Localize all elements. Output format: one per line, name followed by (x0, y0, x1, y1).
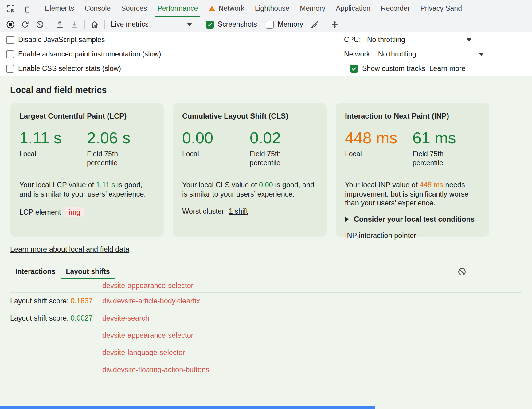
checkbox-unchecked-icon (6, 65, 14, 73)
node-link[interactable]: div.devsite-floating-action-buttons (102, 366, 209, 373)
table-row[interactable]: Layout shift score:0.1837 div.devsite-ar… (10, 293, 522, 310)
inp-field-label: Field 75th percentile (413, 150, 457, 168)
screenshots-label: Screenshots (218, 20, 257, 29)
separator (104, 20, 105, 29)
learn-more-local-field-link[interactable]: Learn more about local and field data (10, 245, 129, 254)
cpu-throttling-select[interactable]: CPU: No throttling (344, 33, 532, 47)
separator (325, 20, 325, 29)
tab-lighthouse[interactable]: Lighthouse (250, 0, 295, 17)
network-label: Network: (344, 50, 372, 58)
learn-more-link[interactable]: Learn more (429, 64, 466, 73)
cpu-label: CPU: (344, 36, 361, 44)
inp-interaction-label: INP interaction (345, 232, 392, 240)
reload-and-record-icon[interactable] (18, 18, 33, 31)
cls-field-value: 0.02 (250, 130, 317, 146)
inspect-element-icon[interactable] (4, 2, 18, 15)
tab-elements[interactable]: Elements (40, 0, 80, 17)
lcp-field-label: Field 75th percentile (87, 150, 131, 168)
device-toolbar-icon[interactable] (18, 2, 33, 15)
live-metrics-logs: Interactions Layout shifts devsite-appea… (10, 265, 522, 373)
horizontal-scrollbar[interactable] (0, 406, 375, 409)
cls-card-title: Cumulative Layout Shift (CLS) (182, 112, 317, 120)
inp-description: Your local INP value of 448 ms needs imp… (345, 181, 480, 208)
node-link[interactable]: devsite-appearance-selector (102, 331, 194, 339)
advanced-paint-instrumentation-label: Enable advanced paint instrumentation (s… (18, 50, 161, 58)
divider (182, 173, 317, 173)
logs-tabbar: Interactions Layout shifts (10, 265, 522, 279)
tab-interactions[interactable]: Interactions (10, 265, 61, 279)
save-profile-icon[interactable] (53, 18, 67, 31)
live-metrics-panel: Local and field metrics Largest Contentf… (0, 76, 532, 409)
collapse-shortcuts-icon[interactable] (327, 18, 342, 31)
tab-memory[interactable]: Memory (295, 0, 331, 17)
warning-icon (208, 5, 216, 12)
show-custom-tracks-label: Show custom tracks (362, 64, 425, 73)
lcp-element-node-link[interactable]: img (65, 207, 84, 217)
memory-checkbox[interactable]: Memory (261, 20, 307, 29)
screenshots-checkbox[interactable]: Screenshots (201, 20, 261, 29)
worst-cluster-link[interactable]: 1 shift (229, 207, 248, 216)
inp-card: Interaction to Next Paint (INP) 448 ms L… (336, 103, 489, 237)
tab-network[interactable]: Network (203, 0, 249, 17)
record-button[interactable] (3, 18, 18, 31)
chevron-down-icon (466, 38, 472, 41)
devtools-window: Elements Console Sources Performance Net… (0, 0, 532, 409)
consider-label: Consider your local test conditions (354, 215, 475, 224)
garbage-collect-broom-icon[interactable] (307, 18, 322, 31)
divider (19, 173, 155, 173)
separator (84, 20, 85, 29)
live-metrics-label: Live metrics (111, 20, 149, 29)
node-link[interactable]: devsite-language-selector (102, 349, 185, 356)
node-link[interactable]: devsite-search (102, 314, 149, 322)
tab-console[interactable]: Console (80, 0, 116, 17)
disclosure-triangle-icon (345, 216, 349, 222)
checkbox-unchecked-icon (266, 21, 274, 29)
score-value: 0.0027 (71, 314, 93, 322)
show-custom-tracks-checkbox[interactable]: Show custom tracks (344, 61, 425, 76)
inp-interaction-link[interactable]: pointer (394, 232, 416, 240)
lcp-card-title: Largest Contentful Paint (LCP) (19, 112, 155, 120)
divider (345, 173, 480, 173)
table-row[interactable]: devsite-appearance-selector (10, 327, 522, 344)
node-link[interactable]: devsite-appearance-selector (102, 282, 194, 290)
clear-log-icon[interactable] (455, 265, 469, 278)
tab-privacy-sandbox[interactable]: Privacy Sand (415, 0, 467, 17)
lcp-card: Largest Contentful Paint (LCP) 1.11 s Lo… (10, 103, 164, 237)
inp-field-value: 61 ms (413, 130, 480, 146)
chevron-down-icon (479, 53, 484, 56)
table-row[interactable]: div.devsite-floating-action-buttons (10, 361, 522, 373)
tab-application[interactable]: Application (331, 0, 376, 17)
score-value: 0.1837 (71, 297, 93, 305)
cls-field-label: Field 75th percentile (250, 150, 294, 168)
separator (199, 20, 199, 29)
table-row[interactable]: devsite-appearance-selector (10, 279, 522, 293)
disable-js-samples-label: Disable JavaScript samples (18, 36, 105, 44)
node-link[interactable]: div.devsite-article-body.clearfix (102, 297, 200, 305)
cls-local-value: 0.00 (182, 130, 250, 146)
consider-local-test-conditions-expander[interactable]: Consider your local test conditions (345, 215, 480, 224)
checkbox-checked-icon (350, 65, 358, 73)
checkbox-unchecked-icon (6, 50, 14, 58)
tab-layout-shifts[interactable]: Layout shifts (61, 265, 115, 279)
tab-sources[interactable]: Sources (116, 0, 152, 17)
score-label: Layout shift score: (10, 297, 69, 305)
clear-icon[interactable] (33, 18, 47, 31)
worst-cluster-label: Worst cluster (182, 207, 224, 216)
table-row[interactable]: devsite-language-selector (10, 344, 522, 361)
performance-settings: Disable JavaScript samples Enable advanc… (0, 32, 532, 76)
network-throttling-select[interactable]: Network: No throttling (344, 47, 532, 61)
table-row[interactable]: Layout shift score:0.0027 devsite-search (10, 310, 522, 327)
cls-card: Cumulative Layout Shift (CLS) 0.00 Local… (173, 103, 327, 237)
home-icon[interactable] (87, 18, 102, 31)
lcp-local-value: 1.11 s (19, 130, 87, 146)
lcp-local-label: Local (19, 150, 64, 158)
tab-performance[interactable]: Performance (152, 0, 203, 17)
css-selector-stats-label: Enable CSS selector stats (slow) (18, 64, 121, 73)
tab-network-label: Network (218, 4, 244, 13)
inp-local-value: 448 ms (345, 130, 413, 146)
lcp-description: Your local LCP value of 1.11 s is good, … (19, 181, 155, 199)
load-profile-icon[interactable] (67, 18, 82, 31)
inp-local-label: Local (345, 150, 389, 158)
live-metrics-select[interactable]: Live metrics (107, 18, 196, 31)
tab-recorder[interactable]: Recorder (376, 0, 415, 17)
